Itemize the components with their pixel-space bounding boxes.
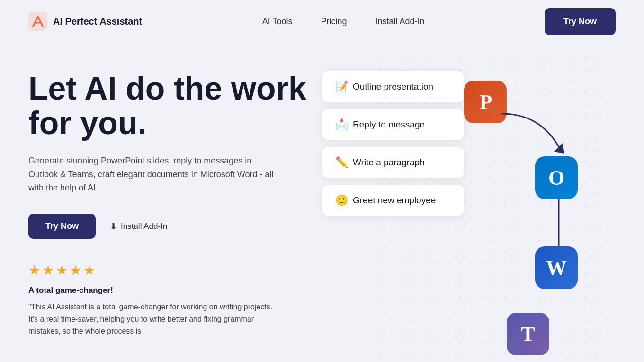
logo[interactable]: AI Perfect Assistant: [28, 12, 142, 31]
install-label: Install Add-In: [121, 222, 167, 231]
star-2: ★: [42, 262, 54, 278]
outline-label: Outline presentation: [353, 81, 433, 92]
logo-icon: [28, 12, 47, 31]
hero-title: Let AI do the work for you.: [28, 71, 313, 141]
nav-link-ai-tools[interactable]: AI Tools: [262, 17, 293, 27]
reply-emoji: 📩: [335, 118, 348, 131]
review-title: A total game-changer!: [28, 286, 313, 295]
teams-app-icon: T: [507, 313, 549, 355]
word-icon: W: [535, 246, 578, 289]
download-icon: ⬇: [110, 221, 117, 232]
reply-label: Reply to message: [353, 119, 425, 130]
star-4: ★: [70, 262, 81, 278]
greet-label: Greet new employee: [353, 195, 436, 206]
hero-description: Generate stunning PowerPoint slides, rep…: [28, 154, 275, 195]
svg-rect-0: [28, 12, 47, 31]
navbar: AI Perfect Assistant AI Tools Pricing In…: [0, 0, 644, 43]
hero-install-link[interactable]: ⬇ Install Add-In: [110, 221, 167, 232]
star-5: ★: [83, 262, 95, 278]
hero-right: 📝 Outline presentation 📩 Reply to messag…: [313, 57, 616, 360]
star-3: ★: [56, 262, 68, 278]
action-card-outline: 📝 Outline presentation: [322, 71, 464, 102]
write-label: Write a paragraph: [353, 157, 425, 168]
star-rating: ★ ★ ★ ★ ★: [28, 262, 313, 278]
hero-right-inner: 📝 Outline presentation 📩 Reply to messag…: [313, 57, 616, 360]
hero-left: Let AI do the work for you. Generate stu…: [28, 62, 313, 337]
svg-marker-3: [554, 143, 564, 154]
hero-actions: Try Now ⬇ Install Add-In: [28, 214, 313, 239]
action-card-reply: 📩 Reply to message: [322, 109, 464, 140]
nav-link-install[interactable]: Install Add-In: [375, 17, 424, 27]
outlook-app-icon: O: [535, 156, 578, 199]
star-1: ★: [28, 262, 40, 278]
word-app-icon: W: [535, 246, 578, 289]
action-card-greet: 🙂 Greet new employee: [322, 185, 464, 216]
outlook-icon: O: [535, 156, 578, 199]
review-text: "This AI Assistant is a total game-chang…: [28, 301, 279, 337]
hero-section: Let AI do the work for you. Generate stu…: [0, 43, 644, 360]
action-card-write: ✏️ Write a paragraph: [322, 147, 464, 178]
nav-link-pricing[interactable]: Pricing: [321, 17, 347, 27]
greet-emoji: 🙂: [335, 194, 348, 207]
outline-emoji: 📝: [335, 81, 348, 93]
write-emoji: ✏️: [335, 156, 348, 169]
teams-icon: T: [507, 313, 549, 355]
hero-try-now-button[interactable]: Try Now: [28, 214, 96, 239]
try-now-button[interactable]: Try Now: [545, 8, 616, 35]
logo-text: AI Perfect Assistant: [53, 16, 142, 27]
nav-links: AI Tools Pricing Install Add-In: [262, 17, 425, 27]
action-cards: 📝 Outline presentation 📩 Reply to messag…: [322, 71, 464, 216]
